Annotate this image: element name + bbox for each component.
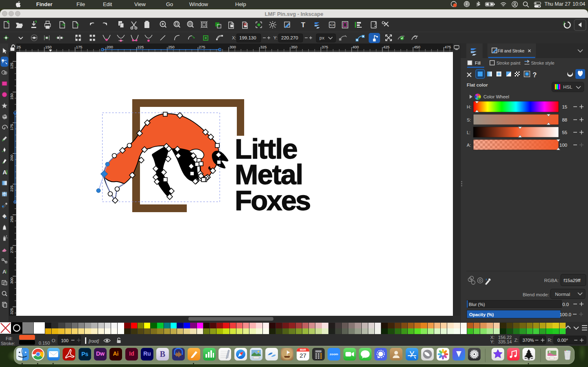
svg-text:175: 175 bbox=[9, 124, 14, 130]
svg-text:?: ? bbox=[533, 72, 537, 78]
svg-text:100: 100 bbox=[560, 143, 567, 148]
svg-text:125: 125 bbox=[9, 63, 14, 69]
svg-text:Fill and Stroke: Fill and Stroke bbox=[498, 49, 525, 53]
svg-text:HSL: HSL bbox=[563, 85, 573, 89]
svg-text:175: 175 bbox=[76, 45, 83, 49]
svg-text:H:: H: bbox=[467, 104, 471, 109]
svg-text:Fill: Fill bbox=[475, 61, 481, 65]
svg-text:100.0: 100.0 bbox=[560, 312, 571, 317]
svg-text:RGBA:: RGBA: bbox=[544, 278, 559, 283]
svg-text:S:: S: bbox=[467, 117, 471, 122]
svg-text:Blend mode:: Blend mode: bbox=[522, 292, 549, 297]
svg-text:220.270: 220.270 bbox=[281, 35, 298, 40]
svg-text:Stroke paint: Stroke paint bbox=[496, 61, 520, 65]
svg-text:400: 400 bbox=[352, 45, 359, 49]
svg-text:350: 350 bbox=[291, 45, 297, 49]
svg-text:0.0: 0.0 bbox=[562, 302, 569, 307]
svg-text:150: 150 bbox=[45, 45, 52, 49]
svg-text:250: 250 bbox=[168, 45, 175, 49]
svg-text:A: A bbox=[3, 169, 7, 176]
svg-text:200: 200 bbox=[107, 45, 113, 49]
svg-text:Blur (%): Blur (%) bbox=[469, 302, 485, 307]
svg-text:<>: <> bbox=[330, 23, 334, 27]
svg-text:X:: X: bbox=[232, 35, 236, 40]
svg-text:225: 225 bbox=[138, 45, 144, 49]
svg-text:15: 15 bbox=[562, 104, 567, 109]
svg-text:375: 375 bbox=[322, 45, 328, 49]
svg-text:Stroke style: Stroke style bbox=[531, 61, 554, 65]
svg-text:199.130: 199.130 bbox=[239, 35, 256, 40]
svg-text:L:: L: bbox=[467, 130, 470, 135]
svg-text:300: 300 bbox=[230, 45, 236, 49]
svg-text:Flat color: Flat color bbox=[467, 83, 488, 87]
svg-text:88: 88 bbox=[562, 117, 567, 122]
svg-text:55: 55 bbox=[562, 130, 567, 135]
svg-text:200: 200 bbox=[9, 155, 14, 161]
svg-text:150: 150 bbox=[9, 93, 14, 100]
svg-text:325: 325 bbox=[260, 45, 267, 49]
svg-text:Normal: Normal bbox=[555, 292, 570, 297]
svg-text:f15a29ff: f15a29ff bbox=[564, 278, 581, 283]
svg-text:Color Wheel: Color Wheel bbox=[483, 94, 509, 99]
svg-text:450: 450 bbox=[414, 45, 420, 49]
svg-text:Y:: Y: bbox=[273, 35, 278, 40]
svg-text:225: 225 bbox=[9, 185, 14, 192]
svg-text:px: px bbox=[319, 35, 324, 40]
svg-text:425: 425 bbox=[383, 45, 390, 49]
svg-text:475: 475 bbox=[445, 45, 451, 49]
svg-text:125: 125 bbox=[16, 45, 21, 49]
svg-text:325: 325 bbox=[9, 308, 14, 315]
svg-text:250: 250 bbox=[9, 216, 14, 223]
svg-text:275: 275 bbox=[9, 247, 14, 253]
svg-text:Foxes: Foxes bbox=[235, 185, 310, 216]
svg-text:A:: A: bbox=[467, 143, 471, 148]
svg-text:275: 275 bbox=[199, 45, 205, 49]
svg-text:300: 300 bbox=[9, 278, 14, 284]
svg-text:Opacity (%): Opacity (%) bbox=[469, 312, 494, 317]
svg-text:T: T bbox=[301, 21, 306, 29]
